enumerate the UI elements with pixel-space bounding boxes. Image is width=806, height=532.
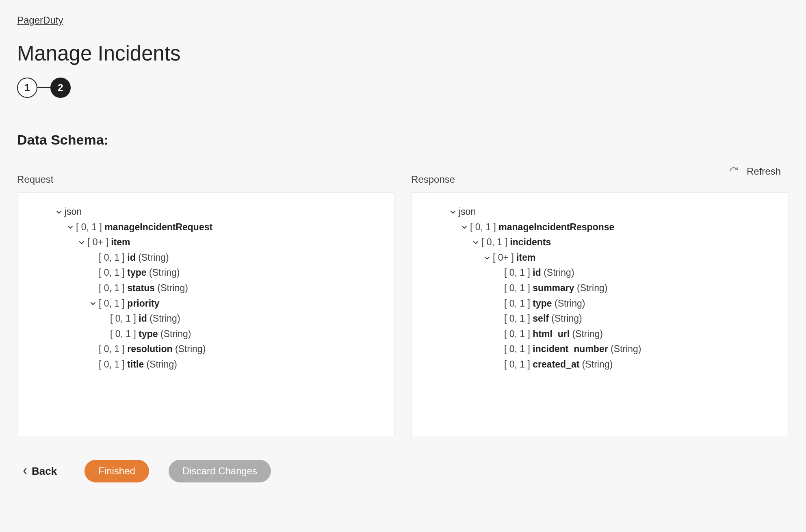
tree-node[interactable]: [ 0, 1 ] incidents [412, 235, 789, 250]
step-1[interactable]: 1 [17, 78, 37, 98]
tree-node-label: [ 0+ ] item [493, 252, 535, 264]
chevron-down-icon [494, 316, 503, 322]
chevron-down-icon[interactable] [472, 239, 480, 246]
tree-node[interactable]: [ 0, 1 ] manageIncidentRequest [17, 220, 394, 235]
tree-node[interactable]: [ 0+ ] item [17, 235, 394, 250]
response-header: Response [411, 174, 789, 185]
tree-node: [ 0, 1 ] title (String) [17, 357, 394, 372]
finished-button[interactable]: Finished [84, 460, 149, 482]
tree-node: [ 0, 1 ] resolution (String) [17, 342, 394, 357]
chevron-down-icon [100, 331, 108, 337]
tree-node: [ 0, 1 ] html_url (String) [412, 327, 789, 342]
page-title: Manage Incidents [17, 41, 789, 65]
step-2[interactable]: 2 [50, 78, 71, 98]
chevron-down-icon [494, 285, 503, 292]
chevron-down-icon[interactable] [55, 209, 63, 215]
tree-node-label: [ 0, 1 ] summary (String) [504, 283, 607, 294]
request-panel: json[ 0, 1 ] manageIncidentRequest[ 0+ ]… [17, 192, 395, 436]
tree-node: [ 0, 1 ] created_at (String) [412, 357, 789, 372]
discard-button[interactable]: Discard Changes [169, 460, 271, 482]
tree-node: [ 0, 1 ] id (String) [17, 311, 394, 327]
request-header: Request [17, 174, 395, 185]
response-tree: json[ 0, 1 ] manageIncidentResponse[ 0, … [412, 204, 789, 372]
chevron-down-icon [89, 346, 97, 353]
chevron-down-icon[interactable] [460, 224, 468, 230]
chevron-down-icon [494, 361, 503, 368]
tree-node-label: [ 0, 1 ] id (String) [99, 252, 169, 264]
tree-node[interactable]: json [17, 204, 394, 220]
tree-node-label: [ 0, 1 ] title (String) [99, 359, 177, 370]
chevron-down-icon [494, 331, 503, 337]
tree-node-label: [ 0, 1 ] incidents [481, 237, 551, 248]
tree-node-label: [ 0, 1 ] type (String) [99, 267, 180, 279]
tree-node-label: [ 0, 1 ] self (String) [504, 313, 582, 324]
tree-node-label: [ 0, 1 ] created_at (String) [504, 359, 613, 370]
tree-node-label: [ 0, 1 ] type (String) [110, 329, 191, 340]
chevron-down-icon [494, 270, 503, 276]
back-button[interactable]: Back [23, 465, 57, 478]
tree-node[interactable]: [ 0, 1 ] manageIncidentResponse [412, 220, 789, 235]
tree-node-label: [ 0, 1 ] html_url (String) [504, 329, 603, 340]
chevron-down-icon [100, 316, 108, 322]
chevron-down-icon[interactable] [449, 209, 457, 215]
tree-node[interactable]: json [412, 204, 789, 220]
tree-node-label: [ 0, 1 ] incident_number (String) [504, 344, 641, 355]
tree-node: [ 0, 1 ] status (String) [17, 281, 394, 296]
tree-node[interactable]: [ 0+ ] item [412, 250, 789, 266]
chevron-down-icon [89, 285, 97, 292]
tree-node-label: [ 0, 1 ] priority [99, 298, 160, 309]
step-indicator: 1 2 [17, 78, 789, 98]
chevron-down-icon[interactable] [78, 239, 86, 246]
step-connector [37, 87, 50, 88]
tree-node: [ 0, 1 ] type (String) [17, 327, 394, 342]
tree-node: [ 0, 1 ] type (String) [412, 296, 789, 311]
tree-node: [ 0, 1 ] id (String) [17, 250, 394, 266]
section-title: Data Schema: [17, 132, 789, 148]
tree-node-label: [ 0, 1 ] resolution (String) [99, 344, 206, 355]
back-label: Back [32, 465, 57, 478]
chevron-down-icon [89, 270, 97, 276]
tree-node-label: [ 0, 1 ] manageIncidentRequest [76, 222, 212, 233]
chevron-down-icon[interactable] [89, 300, 97, 307]
request-tree: json[ 0, 1 ] manageIncidentRequest[ 0+ ]… [17, 204, 394, 372]
chevron-down-icon [89, 255, 97, 261]
response-panel: json[ 0, 1 ] manageIncidentResponse[ 0, … [411, 192, 789, 436]
chevron-down-icon[interactable] [66, 224, 74, 230]
tree-node-label: json [65, 206, 82, 218]
chevron-down-icon[interactable] [483, 255, 491, 261]
tree-node: [ 0, 1 ] type (String) [17, 265, 394, 281]
tree-node: [ 0, 1 ] summary (String) [412, 281, 789, 296]
tree-node: [ 0, 1 ] incident_number (String) [412, 342, 789, 357]
tree-node-label: [ 0, 1 ] type (String) [504, 298, 585, 309]
tree-node: [ 0, 1 ] self (String) [412, 311, 789, 327]
tree-node-label: json [459, 206, 476, 218]
tree-node-label: [ 0, 1 ] id (String) [504, 267, 574, 279]
tree-node-label: [ 0, 1 ] id (String) [110, 313, 180, 324]
tree-node: [ 0, 1 ] id (String) [412, 265, 789, 281]
chevron-down-icon [494, 346, 503, 353]
chevron-down-icon [89, 361, 97, 368]
chevron-left-icon [23, 465, 28, 478]
chevron-down-icon [494, 300, 503, 307]
tree-node-label: [ 0, 1 ] status (String) [99, 283, 188, 294]
tree-node-label: [ 0+ ] item [87, 237, 130, 248]
tree-node-label: [ 0, 1 ] manageIncidentResponse [470, 222, 614, 233]
tree-node[interactable]: [ 0, 1 ] priority [17, 296, 394, 311]
breadcrumb[interactable]: PagerDuty [17, 15, 63, 26]
